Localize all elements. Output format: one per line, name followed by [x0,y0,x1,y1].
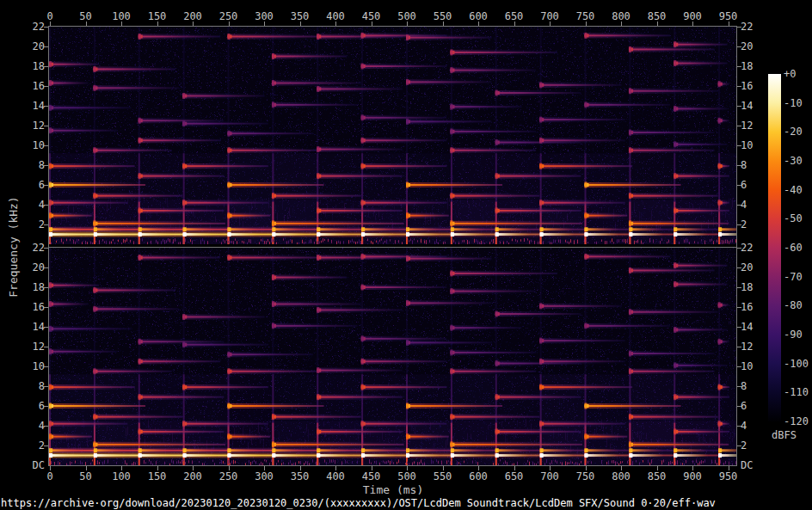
freq-tick-label-left: 12 [19,120,45,132]
freq-tick-mark-right [737,307,741,308]
time-tick-label-bottom: 600 [469,470,488,482]
time-tick-mark-top [443,22,444,26]
freq-tick-mark-right [737,27,741,28]
freq-tick-mark-left [44,267,48,268]
colorbar-tick-label: -60 [784,242,803,254]
time-tick-mark-bottom [478,466,479,470]
time-tick-label-bottom: 700 [540,470,559,482]
time-tick-mark-bottom [407,466,408,470]
colorbar-tick-label: -20 [784,126,803,138]
freq-tick-label-left: 18 [19,281,45,293]
freq-tick-label-left: 22 [19,21,45,33]
freq-tick-label-right: 20 [741,261,753,273]
time-tick-mark-top [729,22,729,26]
time-tick-mark-bottom [657,466,658,470]
freq-tick-label-right: 22 [741,21,753,33]
freq-tick-mark-right [737,445,741,446]
time-tick-label-top: 50 [79,10,91,22]
freq-tick-label-right: 20 [741,40,753,52]
time-tick-mark-top [157,22,158,26]
freq-tick-label-left: 22 [19,242,45,254]
freq-tick-label-left: 2 [19,439,45,452]
dc-label-right: DC [741,459,753,471]
freq-tick-label-right: 16 [741,301,753,313]
time-tick-mark-top [621,22,622,26]
colorbar-unit-label: dBFS [772,429,797,441]
freq-tick-mark-left [44,106,48,107]
time-tick-label-bottom: 650 [505,470,524,482]
time-tick-mark-top [50,22,51,26]
freq-tick-label-left: 6 [19,400,45,412]
time-tick-label-bottom: 350 [291,470,310,482]
time-tick-mark-bottom [443,466,444,470]
time-tick-label-top: 650 [505,10,524,22]
time-tick-label-bottom: 400 [326,470,345,482]
plot-frame-left [48,26,49,466]
freq-tick-label-left: 14 [19,321,45,333]
freq-tick-label-right: 12 [741,341,753,353]
colorbar-tick-label: -100 [784,358,809,370]
freq-tick-mark-left [44,366,48,367]
time-tick-label-bottom: 100 [112,470,131,482]
freq-tick-mark-right [737,267,741,268]
time-tick-mark-top [407,22,408,26]
freq-tick-label-right: 14 [741,321,753,333]
freq-tick-mark-left [44,86,48,87]
time-tick-mark-bottom [621,466,622,470]
colorbar-tick-label: -10 [784,97,803,109]
time-tick-mark-bottom [50,466,51,470]
time-tick-mark-bottom [264,466,265,470]
time-tick-mark-top [657,22,658,26]
time-tick-label-top: 550 [434,10,452,22]
freq-tick-label-left: 6 [19,179,45,191]
time-tick-label-bottom: 300 [255,470,274,482]
time-tick-label-top: 950 [719,10,738,22]
freq-tick-label-left: 8 [19,159,45,171]
time-tick-mark-bottom [692,466,693,470]
time-tick-label-bottom: 950 [719,470,738,482]
time-tick-label-top: 750 [576,10,595,22]
colorbar-tick-label: -90 [784,329,803,341]
freq-tick-mark-left [44,248,48,249]
freq-tick-mark-right [737,145,741,146]
freq-tick-mark-left [44,327,48,328]
time-tick-label-top: 700 [540,10,559,22]
spectrogram-canvas-right-channel [49,248,736,465]
freq-tick-label-left: 20 [19,40,45,52]
freq-tick-mark-right [737,386,741,387]
freq-tick-mark-left [44,224,48,225]
time-tick-mark-top [264,22,265,26]
time-tick-label-top: 100 [112,10,131,22]
freq-tick-label-right: 18 [741,60,753,72]
colorbar [768,74,781,421]
time-tick-mark-bottom [121,466,122,470]
freq-tick-label-right: 6 [741,400,747,412]
freq-tick-mark-left [44,27,48,28]
plot-frame-right [736,26,737,466]
freq-tick-mark-left [44,386,48,387]
time-tick-mark-top [372,22,372,26]
colorbar-tick-label: +0 [784,68,796,80]
freq-tick-label-left: 16 [19,301,45,313]
time-tick-label-top: 900 [683,10,702,22]
time-tick-mark-top [586,22,587,26]
freq-tick-mark-left [44,205,48,206]
time-tick-mark-top [229,22,230,26]
time-tick-mark-bottom [157,466,158,470]
freq-tick-label-right: 10 [741,139,753,151]
time-tick-label-top: 0 [46,10,52,22]
freq-tick-label-right: 12 [741,120,753,132]
freq-tick-label-right: 14 [741,100,753,112]
time-tick-label-top: 800 [612,10,631,22]
time-tick-label-top: 450 [362,10,381,22]
freq-tick-label-right: 8 [741,159,747,171]
time-tick-mark-bottom [729,466,729,470]
freq-tick-mark-left [44,347,48,347]
freq-axis-title: Frequency (kHz) [7,196,20,297]
time-tick-label-top: 400 [326,10,345,22]
colorbar-tick-label: -70 [784,271,803,283]
time-axis-title: Time (ms) [363,483,423,496]
time-tick-mark-bottom [86,466,87,470]
freq-tick-mark-left [44,426,48,427]
freq-tick-mark-left [44,145,48,146]
